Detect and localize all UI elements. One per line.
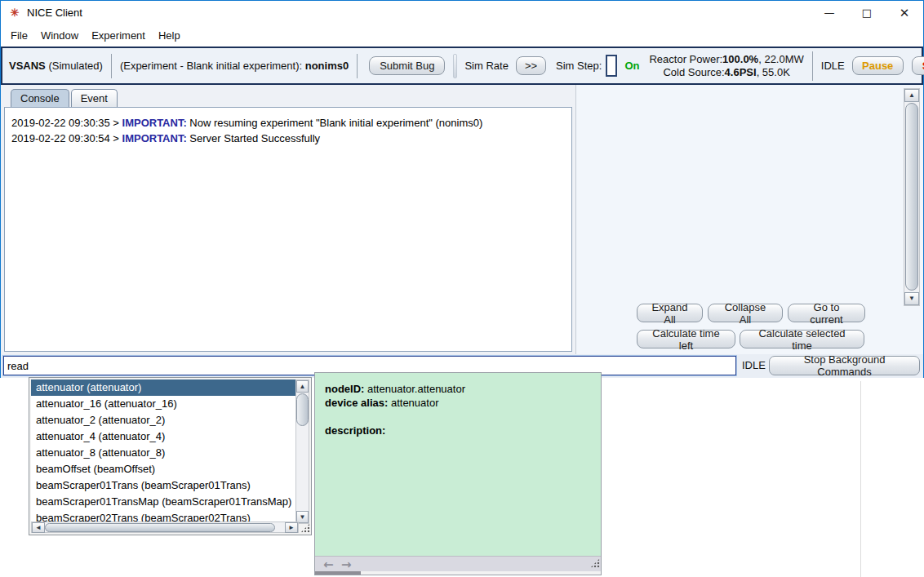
autocomplete-item[interactable]: attenuator_4 (attenuator_4) (31, 428, 297, 445)
queue-panel: ▲ ▼ Expand All Collapse All Go to curren… (575, 85, 923, 354)
sim-step-label: Sim Step: (556, 60, 602, 72)
main-area: Console Event 2019-02-22 09:30:35 > IMPO… (1, 85, 923, 354)
nice-logo-icon: ✳ (8, 7, 21, 20)
autocomplete-item[interactable]: attenuator (attenuator) (31, 379, 297, 396)
history-forward-icon[interactable]: → (341, 557, 352, 572)
nice-client-window: ✳ NICE Client — □ ✕ File Window Experime… (0, 0, 924, 378)
menu-file[interactable]: File (9, 27, 34, 45)
console-panel: Console Event 2019-02-22 09:30:35 > IMPO… (1, 85, 575, 354)
reactor-status: Reactor Power:100.0%, 22.0MW Cold Source… (649, 53, 803, 79)
background-window-edge (860, 381, 861, 577)
menu-experiment[interactable]: Experiment (85, 27, 152, 45)
toolbar-separator (812, 51, 813, 81)
command-status: IDLE (742, 359, 766, 371)
toolbar-separator (357, 54, 358, 78)
menu-window[interactable]: Window (34, 27, 85, 45)
submit-bug-button[interactable]: Submit Bug (369, 56, 445, 75)
autocomplete-item[interactable]: attenuator_16 (attenuator_16) (31, 396, 297, 412)
history-back-icon[interactable]: ← (323, 557, 334, 572)
scroll-down-icon[interactable]: ▼ (904, 292, 919, 305)
toolbar-drag-handle[interactable] (453, 54, 457, 78)
scrollbar-thumb[interactable] (296, 393, 309, 426)
scroll-up-icon[interactable]: ▲ (296, 380, 309, 393)
tab-console[interactable]: Console (11, 89, 69, 108)
scroll-right-icon[interactable]: ► (285, 522, 298, 533)
scroll-left-icon[interactable]: ◄ (32, 522, 45, 533)
device-info-content: nodeID: attenuator.attenuator device ali… (315, 373, 601, 556)
window-controls: — □ ✕ (811, 1, 923, 24)
title-bar[interactable]: ✳ NICE Client — □ ✕ (1, 1, 923, 24)
resize-grip-icon[interactable] (590, 558, 600, 568)
tab-event[interactable]: Event (71, 89, 118, 108)
experiment-label: (Experiment - Blank initial experiment):… (120, 60, 349, 72)
device-info-popup: nodeID: attenuator.attenuator device ali… (314, 372, 602, 575)
console-log-line: 2019-02-22 09:30:54 > IMPORTANT: Server … (11, 131, 565, 146)
fast-forward-button[interactable]: >> (516, 56, 546, 75)
autocomplete-list: attenuator (attenuator) attenuator_16 (a… (31, 379, 297, 524)
autocomplete-item[interactable]: attenuator_2 (attenuator_2) (31, 412, 297, 428)
autocomplete-popup: attenuator (attenuator) attenuator_16 (a… (29, 377, 312, 535)
pause-button[interactable]: Pause (852, 56, 904, 75)
reactor-power-line: Reactor Power:100.0%, 22.0MW (649, 53, 803, 65)
sim-step-input[interactable] (606, 55, 617, 77)
autocomplete-item[interactable]: beamScraper01TransMap (beamScraper01Tran… (31, 494, 297, 510)
sim-rate-label: Sim Rate (464, 60, 508, 72)
console-log-line: 2019-02-22 09:30:35 > IMPORTANT: Now res… (11, 115, 565, 131)
autocomplete-vertical-scrollbar[interactable]: ▲ ▼ (295, 379, 309, 524)
collapse-all-button[interactable]: Collapse All (708, 304, 783, 322)
autocomplete-horizontal-scrollbar[interactable]: ◄ ► (31, 522, 299, 533)
scrollbar-thumb[interactable] (45, 523, 275, 532)
menu-help[interactable]: Help (152, 27, 187, 45)
node-id-line: nodeID: attenuator.attenuator (325, 382, 591, 396)
tab-row: Console Event (11, 89, 119, 108)
queue-scrollbar[interactable]: ▲ ▼ (904, 88, 920, 306)
autocomplete-item[interactable]: beamScraper01Trans (beamScraper01Trans) (31, 477, 297, 494)
calculate-selected-time-button[interactable]: Calculate selected time (740, 330, 864, 348)
device-info-horizontal-scrollbar[interactable] (315, 571, 601, 575)
description-line: description: (325, 424, 591, 437)
resize-grip-icon[interactable] (300, 523, 310, 533)
minimize-button[interactable]: — (811, 1, 848, 24)
scroll-up-icon[interactable]: ▲ (904, 89, 919, 102)
scrollbar-thumb[interactable] (315, 571, 361, 575)
stop-button[interactable]: Stop (912, 56, 924, 75)
stop-background-commands-button[interactable]: Stop Background Commands (769, 356, 920, 375)
toolbar-separator (111, 54, 112, 78)
sim-on-status: On (624, 60, 639, 72)
toolbar: VSANS (Simulated) (Experiment - Blank in… (1, 47, 923, 85)
autocomplete-item[interactable]: beamOffset (beamOffset) (31, 461, 297, 477)
queue-status: IDLE (821, 60, 845, 72)
calculate-time-left-button[interactable]: Calculate time left (637, 330, 735, 348)
device-alias-line: device alias: attenuator (325, 396, 591, 410)
scrollbar-thumb[interactable] (905, 103, 918, 291)
close-button[interactable]: ✕ (886, 1, 923, 24)
blank-line (325, 410, 591, 424)
instrument-label: VSANS (Simulated) (9, 60, 103, 72)
console-log[interactable]: 2019-02-22 09:30:35 > IMPORTANT: Now res… (4, 107, 572, 352)
cold-source-line: Cold Source:4.6PSI, 55.0K (663, 66, 789, 78)
window-title: NICE Client (27, 7, 82, 19)
menu-bar: File Window Experiment Help (1, 24, 923, 47)
expand-all-button[interactable]: Expand All (637, 304, 703, 322)
autocomplete-item[interactable]: attenuator_8 (attenuator_8) (31, 445, 297, 461)
go-to-current-button[interactable]: Go to current (788, 304, 865, 322)
device-info-footer: ← → (315, 556, 601, 571)
maximize-button[interactable]: □ (848, 1, 886, 24)
